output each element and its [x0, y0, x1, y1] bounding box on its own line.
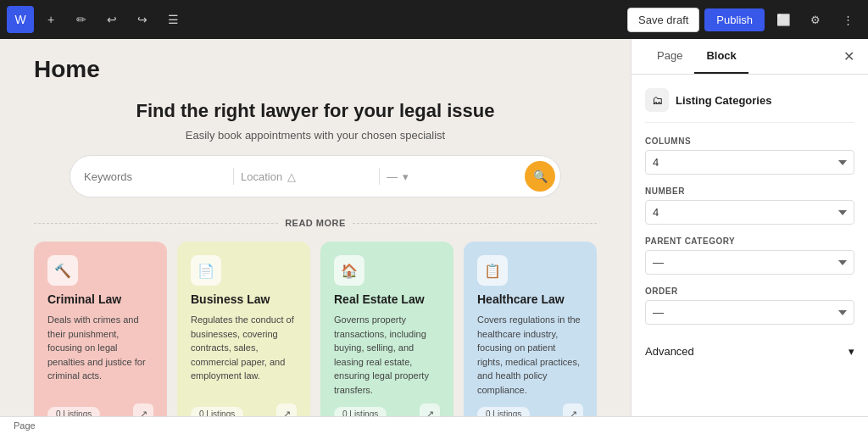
search-divider2: [379, 168, 380, 185]
categories-grid: 🔨 Criminal Law Deals with crimes and the…: [34, 242, 597, 416]
save-draft-button[interactable]: Save draft: [627, 8, 699, 32]
card-footer-realestate: 0 Listings ↗: [334, 403, 440, 416]
card-listings-realestate: 0 Listings: [334, 407, 387, 417]
editor-area: Home Find the right lawyer for your lega…: [0, 39, 631, 416]
wp-logo-button[interactable]: W: [7, 6, 34, 33]
bottom-bar: Page: [0, 416, 868, 434]
more-options-button[interactable]: ⋮: [834, 6, 861, 33]
card-desc-criminal: Deals with crimes and their punishment, …: [47, 313, 153, 397]
undo-button[interactable]: ↩: [98, 6, 125, 33]
location-placeholder: Location: [241, 170, 282, 183]
card-arrow-realestate[interactable]: ↗: [420, 403, 440, 416]
card-title-criminal: Criminal Law: [47, 292, 153, 306]
parent-category-select[interactable]: —: [645, 250, 854, 275]
card-footer-criminal: 0 Listings ↗: [47, 403, 153, 416]
panel-tabs: Page Block ✕: [632, 39, 868, 75]
panel-block-header: 🗂 Listing Categories: [645, 88, 854, 123]
block-icon: 🗂: [645, 88, 669, 112]
card-footer-business: 0 Listings ↗: [191, 403, 297, 416]
number-field: NUMBER 4 1 2 3 5 6: [645, 186, 854, 225]
parent-category-field: PARENT CATEGORY —: [645, 236, 854, 275]
toolbar-right: Save draft Publish ⬜ ⚙ ⋮: [627, 6, 861, 33]
card-title-healthcare: Healthcare Law: [477, 292, 583, 306]
card-listings-healthcare: 0 Listings: [477, 407, 530, 417]
publish-button[interactable]: Publish: [704, 8, 765, 31]
divider-line-right: [353, 223, 597, 224]
redo-button[interactable]: ↪: [129, 6, 156, 33]
hero-section: Find the right lawyer for your legal iss…: [34, 100, 597, 198]
right-panel: Page Block ✕ 🗂 Listing Categories COLUMN…: [631, 39, 868, 416]
category-card-healthcare[interactable]: 📋 Healthcare Law Covers regulations in t…: [464, 242, 597, 416]
card-icon-business: 📄: [191, 255, 221, 286]
bottom-page-label: Page: [14, 420, 36, 431]
card-title-realestate: Real Estate Law: [334, 292, 440, 306]
advanced-label: Advanced: [645, 345, 694, 358]
tab-block[interactable]: Block: [694, 39, 748, 74]
search-keywords-input[interactable]: [84, 170, 226, 183]
order-field: ORDER — ASC DESC: [645, 287, 854, 325]
card-arrow-criminal[interactable]: ↗: [133, 403, 153, 416]
add-block-toolbar-button[interactable]: +: [37, 6, 64, 33]
toolbar: W + ✏ ↩ ↪ ☰ Save draft Publish ⬜ ⚙ ⋮: [0, 0, 868, 39]
columns-select[interactable]: 4 1 2 3 5 6: [645, 150, 854, 175]
card-desc-business: Regulates the conduct of businesses, cov…: [191, 313, 297, 397]
card-arrow-healthcare[interactable]: ↗: [563, 403, 583, 416]
list-view-button[interactable]: ☰: [159, 6, 186, 33]
search-filter-field[interactable]: — ▾: [387, 170, 518, 183]
panel-close-button[interactable]: ✕: [843, 48, 854, 64]
card-listings-business: 0 Listings: [191, 407, 243, 417]
card-desc-realestate: Governs property transactions, including…: [334, 313, 440, 397]
search-divider: [233, 168, 234, 185]
search-location-field[interactable]: Location △: [241, 170, 372, 183]
read-more-text[interactable]: READ MORE: [285, 218, 346, 228]
category-card-realestate[interactable]: 🏠 Real Estate Law Governs property trans…: [320, 242, 453, 416]
advanced-section[interactable]: Advanced ▾: [645, 337, 854, 366]
card-footer-healthcare: 0 Listings ↗: [477, 403, 583, 416]
location-icon: △: [287, 170, 296, 183]
columns-field: COLUMNS 4 1 2 3 5 6: [645, 136, 854, 175]
parent-category-label: PARENT CATEGORY: [645, 236, 854, 246]
category-card-criminal[interactable]: 🔨 Criminal Law Deals with crimes and the…: [34, 242, 167, 416]
card-desc-healthcare: Covers regulations in the healthcare ind…: [477, 313, 583, 397]
filter-placeholder: —: [387, 170, 398, 183]
search-submit-button[interactable]: 🔍: [525, 161, 555, 192]
settings-button[interactable]: ⚙: [802, 6, 829, 33]
preview-button[interactable]: ⬜: [770, 6, 797, 33]
card-icon-criminal: 🔨: [47, 255, 78, 286]
card-arrow-business[interactable]: ↗: [276, 403, 297, 416]
filter-chevron-icon: ▾: [403, 170, 409, 183]
order-label: ORDER: [645, 287, 854, 296]
columns-label: COLUMNS: [645, 136, 854, 146]
block-name-label: Listing Categories: [676, 94, 771, 107]
advanced-chevron-icon: ▾: [849, 345, 854, 358]
page-title: Home: [34, 56, 597, 83]
read-more-divider: READ MORE: [34, 218, 597, 228]
hero-subheading: Easily book appointments with your chose…: [34, 129, 597, 142]
order-select[interactable]: — ASC DESC: [645, 300, 854, 325]
card-title-business: Business Law: [191, 292, 297, 306]
divider-line-left: [34, 223, 278, 224]
main-area: Home Find the right lawyer for your lega…: [0, 39, 868, 416]
listing-categories-icon: 🗂: [652, 94, 663, 107]
number-label: NUMBER: [645, 186, 854, 196]
edit-toolbar-button[interactable]: ✏: [68, 6, 95, 33]
hero-heading: Find the right lawyer for your legal iss…: [34, 100, 597, 122]
panel-content: 🗂 Listing Categories COLUMNS 4 1 2 3 5 6…: [632, 75, 868, 416]
category-card-business[interactable]: 📄 Business Law Regulates the conduct of …: [177, 242, 310, 416]
number-select[interactable]: 4 1 2 3 5 6: [645, 200, 854, 225]
search-bar: Location △ — ▾ 🔍: [70, 155, 561, 198]
panel-tab-group: Page Block: [645, 39, 748, 74]
card-icon-realestate: 🏠: [334, 255, 364, 286]
tab-page[interactable]: Page: [645, 39, 694, 74]
search-icon: 🔍: [533, 170, 548, 183]
card-listings-criminal: 0 Listings: [47, 407, 100, 417]
card-icon-healthcare: 📋: [477, 255, 508, 286]
